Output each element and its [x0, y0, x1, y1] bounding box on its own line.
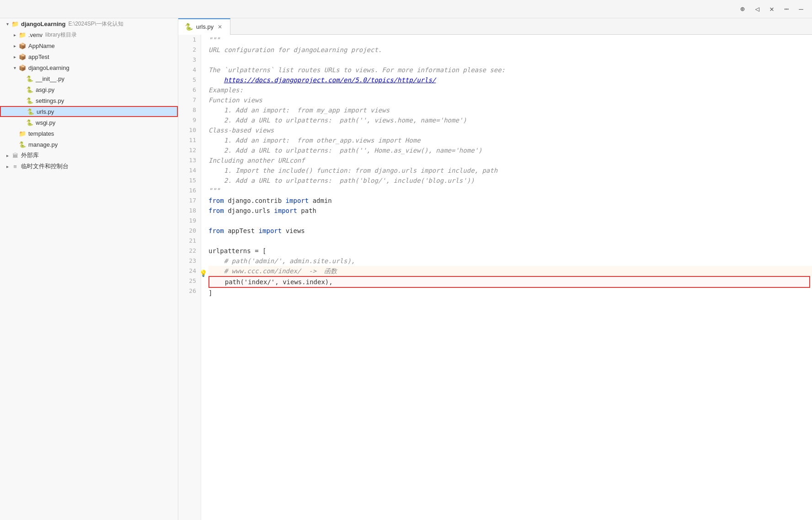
line-number-25: 25 [178, 276, 201, 286]
code-line-13: Including another URLconf [208, 155, 812, 165]
line-number-6: 6 [178, 85, 201, 95]
navigate-up-button[interactable]: ◁ [752, 4, 763, 15]
main-layout: 📁djangoLearningE:\2024SP\一体化认知📁.venvlibr… [0, 18, 812, 520]
tree-file-icon: ≡ [11, 162, 19, 170]
line-number-26: 26 [178, 286, 201, 296]
code-content[interactable]: """URL configuration for djangoLearning … [201, 35, 812, 520]
tree-sublabel: E:\2024SP\一体化认知 [69, 20, 124, 28]
line-number-9: 9 [178, 115, 201, 125]
bulb-icon: 💡 [199, 268, 207, 278]
code-line-7: Function views [208, 95, 812, 105]
tree-item-label: __init__.py [36, 75, 64, 82]
code-line-23: # path('admin/', admin.site.urls), [208, 256, 812, 266]
tree-item-label: 临时文件和控制台 [21, 162, 69, 170]
tree-item-label: djangoLearning [21, 21, 66, 27]
sidebar-item-appTest[interactable]: 📦appTest [0, 51, 178, 62]
code-line-26: ] [208, 288, 812, 298]
line-number-21: 21 [178, 236, 201, 246]
code-line-25: path('index/', views.index), [208, 276, 810, 288]
code-line-19 [208, 216, 812, 226]
tree-file-icon: 🐍 [26, 118, 34, 127]
tree-arrow [11, 42, 18, 49]
tab-label: urls.py [196, 23, 214, 30]
tree-item-label: AppName [28, 42, 55, 49]
sidebar-item-settings-py[interactable]: 🐍settings.py [0, 95, 178, 106]
line-number-1: 1 [178, 35, 201, 45]
tab-urls-py[interactable]: 🐍 urls.py ✕ [178, 18, 230, 35]
tree-arrow [18, 119, 26, 126]
tab-bar: 🐍 urls.py ✕ [178, 18, 812, 35]
code-line-1: """ [208, 35, 812, 45]
code-line-20: from appTest import views [208, 226, 812, 236]
tree-item-label: urls.py [37, 108, 54, 115]
tab-close-button[interactable]: ✕ [216, 23, 224, 31]
code-line-21 [208, 236, 812, 246]
line-number-14: 14 [178, 165, 201, 175]
sidebar-item-asgi-py[interactable]: 🐍asgi.py [0, 84, 178, 95]
sidebar-item-external-libs[interactable]: 🏛外部库 [0, 150, 178, 161]
code-line-14: 1. Import the include() function: from d… [208, 165, 812, 175]
add-button[interactable]: ⊕ [737, 4, 748, 15]
code-line-18: from django.urls import path [208, 206, 812, 216]
sidebar-item-wsgi-py[interactable]: 🐍wsgi.py [0, 117, 178, 128]
line-number-4: 4 [178, 65, 201, 75]
sidebar-item-temp-files[interactable]: ≡临时文件和控制台 [0, 161, 178, 172]
line-number-11: 11 [178, 135, 201, 145]
code-container[interactable]: 1234567891011121314151617181920212223242… [178, 35, 812, 520]
line-number-24: 24 [178, 266, 201, 276]
tree-item-label: 外部库 [21, 151, 39, 159]
line-number-19: 19 [178, 216, 201, 226]
line-number-13: 13 [178, 155, 201, 165]
code-line-11: 1. Add an import: from other_app.views i… [208, 135, 812, 145]
code-line-5: https://docs.djangoproject.com/en/5.0/to… [208, 75, 812, 85]
tree-arrow [11, 141, 18, 148]
tree-file-icon: 🐍 [27, 107, 35, 116]
sidebar-item-manage-py[interactable]: 🐍manage.py [0, 139, 178, 150]
sidebar-item-init-py[interactable]: 🐍__init__.py [0, 73, 178, 84]
sidebar-item-venv[interactable]: 📁.venvlibrary根目录 [0, 29, 178, 40]
tree-item-label: templates [28, 130, 54, 137]
tree-file-icon: 🐍 [26, 96, 34, 105]
sidebar-item-urls-py[interactable]: 🐍urls.py [0, 106, 178, 117]
tree-arrow [18, 75, 26, 82]
code-line-6: Examples: [208, 85, 812, 95]
code-line-3 [208, 55, 812, 65]
tree-arrow [11, 31, 18, 38]
code-line-8: 1. Add an import: from my_app import vie… [208, 105, 812, 115]
sidebar-item-templates[interactable]: 📁templates [0, 128, 178, 139]
line-number-2: 2 [178, 45, 201, 55]
tree-file-icon: 🐍 [26, 74, 34, 83]
code-line-17: from django.contrib import admin [208, 196, 812, 206]
code-line-15: 2. Add a URL to urlpatterns: path('blog/… [208, 175, 812, 186]
line-number-17: 17 [178, 196, 201, 206]
tree-arrow [4, 20, 11, 27]
code-line-9: 2. Add a URL to urlpatterns: path('', vi… [208, 115, 812, 125]
toolbar-icons: ⊕ ◁ ✕ ⋯ — [737, 4, 807, 15]
sidebar-item-AppName[interactable]: 📦AppName [0, 40, 178, 51]
tree-arrow [19, 108, 27, 115]
line-number-16: 16 [178, 186, 201, 196]
tree-item-label: wsgi.py [36, 119, 55, 126]
line-numbers: 1234567891011121314151617181920212223242… [178, 35, 201, 520]
tree-file-icon: 🐍 [18, 140, 27, 149]
tree-file-icon: 🐍 [26, 85, 34, 94]
sidebar-item-djangoLearning-sub[interactable]: 📦djangoLearning [0, 62, 178, 73]
line-number-22: 22 [178, 246, 201, 256]
tree-file-icon: 📁 [11, 20, 19, 28]
line-number-20: 20 [178, 226, 201, 236]
sidebar-item-djangoLearning-root[interactable]: 📁djangoLearningE:\2024SP\一体化认知 [0, 18, 178, 29]
line-number-23: 23 [178, 256, 201, 266]
code-line-2: URL configuration for djangoLearning pro… [208, 45, 812, 55]
tree-file-icon: 📦 [18, 42, 27, 50]
line-number-12: 12 [178, 145, 201, 155]
minimize-button[interactable]: — [796, 4, 807, 15]
line-number-7: 7 [178, 95, 201, 105]
tree-file-icon: 📁 [18, 129, 27, 138]
tree-item-label: appTest [28, 53, 49, 60]
line-number-18: 18 [178, 206, 201, 216]
more-button[interactable]: ⋯ [781, 4, 792, 15]
close-button[interactable]: ✕ [766, 4, 777, 15]
tree-file-icon: 📁 [18, 31, 27, 39]
line-number-10: 10 [178, 125, 201, 135]
tree-item-label: asgi.py [36, 86, 54, 93]
